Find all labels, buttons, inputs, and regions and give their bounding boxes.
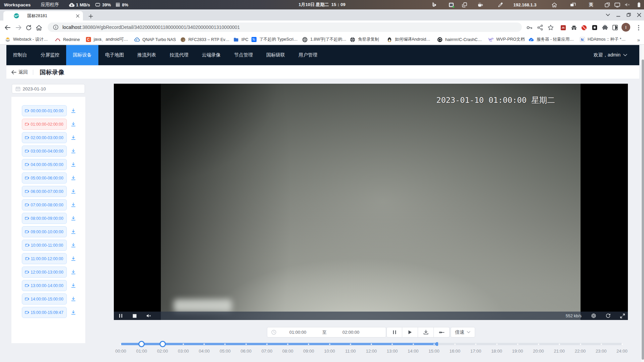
range-start-input[interactable]: 01:00:00 [276, 330, 319, 335]
site-info-icon[interactable] [53, 25, 58, 30]
fullscreen-icon[interactable] [620, 314, 625, 318]
slider-handle-start[interactable] [138, 341, 145, 347]
bookmark-item[interactable]: 知 了不起的 TypeScri… [251, 35, 298, 44]
browser-reload-button[interactable] [24, 21, 33, 35]
segment-button[interactable]: 06:00:00-07:00:00 [22, 186, 67, 197]
nav-menu-item[interactable]: 用户管理 [292, 45, 324, 65]
nav-menu-item[interactable]: 控制台 [6, 45, 34, 65]
speed-select[interactable]: 倍速 [451, 327, 475, 337]
profile-avatar[interactable]: I [622, 23, 630, 32]
download-icon[interactable] [71, 256, 76, 261]
download-button[interactable] [418, 327, 434, 337]
browser-forward-button[interactable] [14, 21, 23, 35]
extensions-puzzle-icon[interactable] [600, 21, 610, 35]
download-icon[interactable] [71, 243, 76, 248]
bookmark-item[interactable]: IPC [233, 35, 248, 44]
nav-menu-item[interactable]: 国标级联 [260, 45, 292, 65]
download-icon[interactable] [71, 270, 76, 275]
nav-menu-item[interactable]: 分屏监控 [34, 45, 66, 65]
window-tile-icon[interactable] [605, 0, 610, 9]
scrollbar-thumb[interactable] [642, 59, 644, 360]
ext-js-icon[interactable]: JS [558, 21, 568, 35]
bookmark-item[interactable]: 1.8W字|了不起的… [302, 35, 346, 44]
bookmark-item[interactable]: Redmine [55, 35, 80, 44]
bookmark-item[interactable]: QNAP Turbo NAS [134, 35, 176, 44]
time-range-picker[interactable]: 01:00:00 至 02:00:00 [267, 327, 386, 337]
segment-button[interactable]: 05:00:00-06:00:00 [22, 172, 67, 184]
bookmarks-overflow-button[interactable]: » [637, 35, 640, 45]
segment-button[interactable]: 09:00:00-10:00:00 [22, 226, 67, 237]
nav-menu-item[interactable]: 节点管理 [227, 45, 260, 65]
bing-icon[interactable] [432, 0, 436, 9]
download-icon[interactable] [71, 122, 76, 127]
battery-icon[interactable] [637, 0, 641, 9]
download-icon[interactable] [71, 149, 76, 154]
back-button[interactable]: 返回 [11, 69, 28, 75]
password-key-icon[interactable] [524, 21, 534, 35]
nav-menu-item[interactable]: 推流列表 [131, 45, 163, 65]
nav-menu-item[interactable]: 国标设备 [66, 45, 98, 65]
window-restore-button[interactable] [627, 13, 631, 17]
player-mute-icon[interactable] [146, 314, 151, 318]
nav-menu-item[interactable]: 云端录像 [195, 45, 227, 65]
download-icon[interactable] [71, 162, 76, 167]
download-icon[interactable] [71, 135, 76, 140]
segment-button[interactable]: 01:00:00-02:00:00 [22, 119, 67, 130]
input-method-indicator[interactable]: 英 [589, 0, 593, 9]
ext-incognito-icon[interactable] [569, 21, 579, 35]
segment-button[interactable]: 13:00:00-14:00:00 [22, 280, 67, 291]
browser-back-button[interactable] [3, 21, 12, 35]
clipboard-copy-icon[interactable] [462, 0, 467, 9]
download-icon[interactable] [71, 310, 76, 315]
slider-handle-end[interactable] [159, 341, 166, 347]
segment-button[interactable]: 08:00:00-09:00:00 [22, 213, 67, 224]
user-menu[interactable]: 欢迎，admin [594, 45, 627, 65]
bookmark-item[interactable]: 免登录复制 [350, 35, 379, 44]
page-scrollbar[interactable] [641, 45, 644, 362]
bookmark-item[interactable]: RFC2833 – RTP Ev… [180, 35, 230, 44]
address-bar[interactable]: localhost:38080/#/gbRecordDetail/3402000… [48, 23, 522, 32]
browser-menu-icon[interactable] [634, 21, 643, 35]
download-icon[interactable] [71, 229, 76, 234]
segment-button[interactable]: 11:00:00-12:00:00 [22, 253, 67, 264]
download-icon[interactable] [71, 175, 76, 180]
download-icon[interactable] [71, 216, 76, 221]
ip-address[interactable]: 192.168.1.3 [513, 0, 537, 9]
bookmark-star-icon[interactable] [546, 21, 555, 35]
bookmark-item[interactable]: 服务器 - 轻量应用… [528, 35, 574, 44]
window-minimize-button[interactable] [616, 13, 620, 17]
segment-button[interactable]: 03:00:00-04:00:00 [22, 146, 67, 157]
ext-darkreader-icon[interactable] [610, 21, 620, 35]
segment-button[interactable]: 15:00:00-15:09:47 [22, 307, 67, 318]
date-input[interactable]: 2023-01-10 [12, 84, 85, 93]
ext-blocker-icon[interactable] [579, 21, 589, 35]
bookmark-item[interactable]: Webstack - 设计… [5, 35, 48, 44]
home-icon[interactable] [552, 0, 557, 9]
segment-button[interactable]: 14:00:00-15:00:00 [22, 293, 67, 305]
browser-home-button[interactable] [34, 21, 44, 35]
window-close-button[interactable] [637, 13, 641, 17]
bookmark-item[interactable]: 如何编译Android… [387, 35, 430, 44]
display-icon[interactable] [614, 0, 620, 9]
bookmark-item[interactable]: N HDAtmos :: 种子 *… [580, 35, 626, 44]
download-icon[interactable] [71, 108, 76, 113]
pause-button[interactable] [386, 327, 402, 337]
color-picker-icon[interactable] [498, 0, 503, 9]
workspace-switcher-icon[interactable] [570, 0, 576, 9]
segment-button[interactable]: 07:00:00-08:00:00 [22, 199, 67, 210]
segment-button[interactable]: 10:00:00-11:00:00 [22, 240, 67, 251]
segment-button[interactable]: 00:00:00-01:00:00 [22, 105, 67, 116]
snapshot-icon[interactable] [591, 314, 596, 318]
segment-button[interactable]: 04:00:00-05:00:00 [22, 159, 67, 170]
bookmark-item[interactable]: C java、android可… [86, 35, 128, 44]
tab-search-chevron-icon[interactable] [606, 13, 610, 16]
volume-muted-icon[interactable] [625, 0, 630, 9]
download-icon[interactable] [71, 296, 76, 301]
download-icon[interactable] [71, 283, 76, 288]
download-icon[interactable] [71, 202, 76, 207]
share-icon[interactable] [535, 21, 545, 35]
segment-button[interactable]: 12:00:00-13:00:00 [22, 267, 67, 278]
nav-menu-item[interactable]: 电子地图 [98, 45, 131, 65]
coffee-icon[interactable] [477, 0, 483, 9]
seek-button[interactable] [434, 327, 450, 337]
